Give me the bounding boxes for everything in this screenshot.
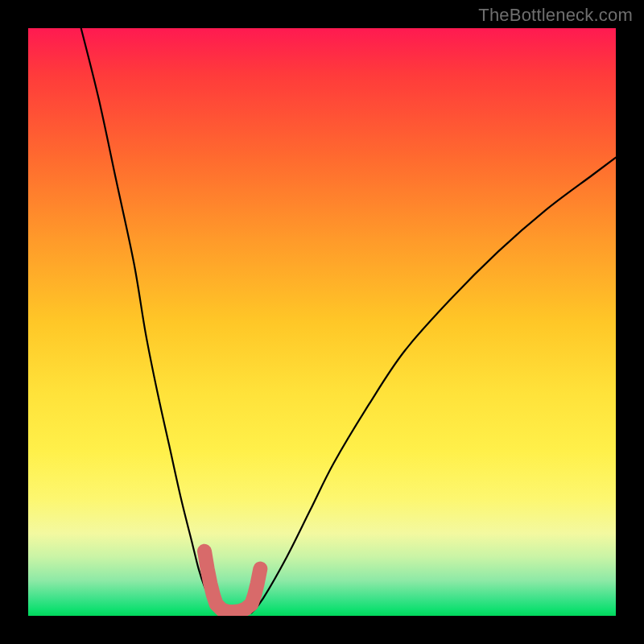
plot-area: [28, 28, 616, 616]
watermark-text: TheBottleneck.com: [478, 5, 633, 26]
right-curve-path: [251, 158, 616, 613]
valley-marker-path: [204, 551, 260, 612]
chart-frame: TheBottleneck.com: [0, 0, 644, 644]
curves-svg: [28, 28, 616, 616]
left-curve-path: [81, 28, 222, 613]
